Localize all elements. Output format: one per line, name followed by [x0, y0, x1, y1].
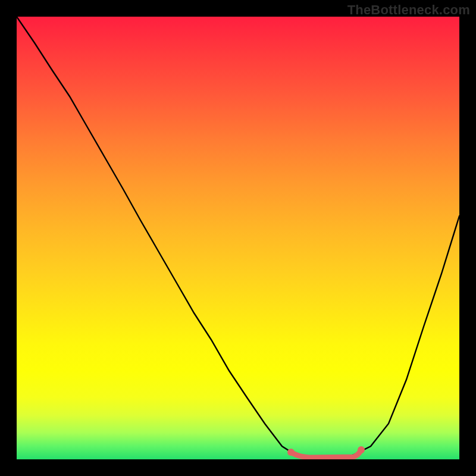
- plot-area: [17, 17, 459, 459]
- marker-end-dot: [358, 446, 365, 453]
- chart-line: [17, 17, 459, 458]
- curve-svg: [17, 17, 459, 459]
- marker-segment: [291, 450, 361, 458]
- chart-container: TheBottleneck.com: [0, 0, 476, 476]
- watermark-text: TheBottleneck.com: [347, 2, 470, 18]
- marker-start-dot: [287, 449, 295, 456]
